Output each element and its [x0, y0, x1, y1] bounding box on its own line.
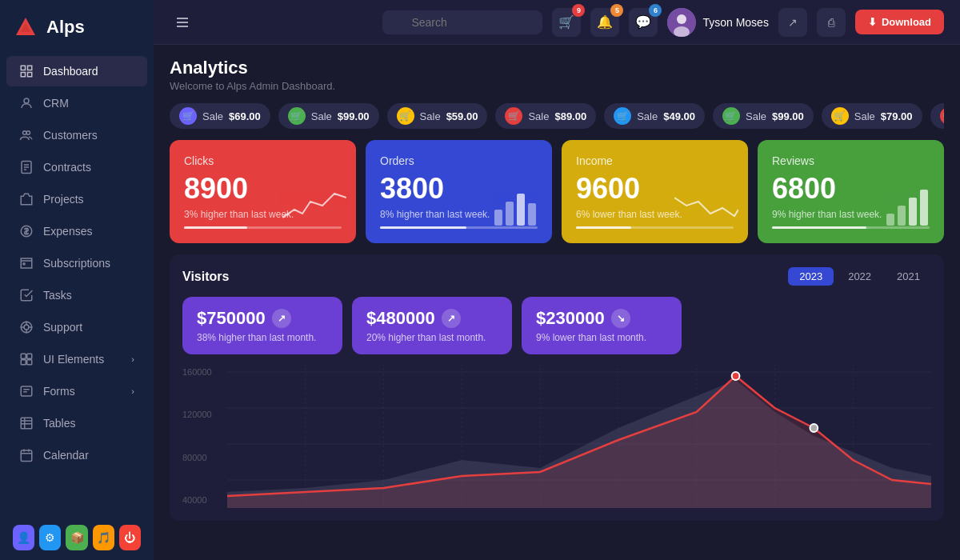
sidebar-label-forms: Forms: [43, 385, 75, 398]
search-input[interactable]: [382, 10, 542, 34]
visitor-desc-0: 38% higher than last month.: [197, 332, 328, 343]
chart-container: 160000 120000 80000 40000: [182, 364, 931, 508]
search-wrapper: 🔍: [382, 10, 542, 34]
sidebar-label-projects: Projects: [43, 193, 84, 206]
ticker-item: 🛒Sale$59.00: [387, 103, 488, 129]
visitor-card-1: $480000 ↗ 20% higher than last month.: [352, 297, 512, 354]
svg-rect-3: [28, 66, 32, 70]
chart-peak-dot: [732, 372, 740, 380]
page-title: Analytics: [170, 58, 944, 78]
stat-card-clicks: Clicks 8900 3% higher than last week.: [170, 140, 356, 243]
sidebar-item-customers[interactable]: Customers: [6, 120, 147, 150]
sidebar: Alps Dashboard CRM Customers Contracts P…: [0, 0, 154, 560]
chart-secondary-dot: [810, 424, 818, 432]
footer-btn-media[interactable]: 🎵: [93, 525, 114, 550]
content-area: Analytics Welcome to Alps Admin Dashboar…: [154, 45, 960, 560]
visitors-title: Visitors: [182, 270, 229, 284]
sidebar-item-ui-elements[interactable]: UI Elements ›: [6, 344, 147, 374]
crm-icon: [19, 96, 34, 110]
stat-cards: Clicks 8900 3% higher than last week. Or…: [170, 140, 944, 243]
sidebar-label-expenses: Expenses: [43, 225, 92, 238]
sidebar-item-subscriptions[interactable]: Subscriptions: [6, 248, 147, 278]
sidebar-item-crm[interactable]: CRM: [6, 88, 147, 118]
svg-rect-46: [886, 214, 894, 226]
footer-btn-power[interactable]: ⏻: [119, 525, 141, 550]
footer-btn-user[interactable]: 👤: [13, 525, 34, 550]
notifications-badge: 9: [572, 4, 585, 17]
messages-button[interactable]: 💬 6: [629, 8, 658, 37]
year-tab-2023[interactable]: 2023: [788, 267, 834, 286]
svg-rect-23: [21, 360, 26, 365]
clicks-label: Clicks: [184, 154, 342, 167]
sidebar-item-forms[interactable]: Forms ›: [6, 376, 147, 406]
sidebar-item-projects[interactable]: Projects: [6, 184, 147, 214]
svg-rect-21: [21, 354, 26, 358]
svg-rect-48: [909, 198, 917, 226]
sales-ticker: 🛒Sale$69.00🛒Sale$99.00🛒Sale$59.00🛒Sale$8…: [170, 103, 944, 129]
sidebar-label-tables: Tables: [43, 417, 75, 430]
footer-btn-packages[interactable]: 📦: [66, 525, 87, 550]
hamburger-button[interactable]: [170, 10, 195, 35]
logo-area: Alps: [0, 0, 154, 54]
user-avatar-wrap[interactable]: Tyson Moses: [667, 8, 768, 37]
avatar-image: [667, 8, 696, 37]
svg-rect-49: [920, 190, 928, 226]
sidebar-item-expenses[interactable]: Expenses: [6, 216, 147, 246]
projects-icon: [19, 192, 34, 206]
ticker-item: 🛒Sale$69.00: [170, 103, 270, 129]
svg-point-16: [24, 325, 29, 330]
download-button[interactable]: ⬇ Download: [855, 10, 944, 34]
sidebar-label-subscriptions: Subscriptions: [43, 257, 110, 270]
svg-rect-45: [528, 203, 536, 226]
download-icon: ⬇: [868, 16, 877, 28]
expenses-icon: [19, 224, 34, 238]
subscriptions-icon: [19, 256, 34, 270]
y-label-120k: 120000: [182, 410, 212, 419]
alerts-badge: 5: [610, 4, 623, 17]
header: 🔍 🛒 9 🔔 5 💬 6 Tyson Moses ↗ ⎙: [154, 0, 960, 45]
year-tab-2022[interactable]: 2022: [837, 267, 882, 286]
stat-card-orders: Orders 3800 8% higher than last week.: [366, 140, 552, 243]
forms-arrow: ›: [131, 386, 134, 396]
visitor-amount-2: $230000 ↘: [536, 308, 667, 329]
svg-rect-24: [27, 360, 32, 365]
ui-elements-icon: [19, 352, 34, 366]
customers-icon: [19, 128, 34, 142]
year-tab-2021[interactable]: 2021: [886, 267, 931, 286]
page-subtitle: Welcome to Alps Admin Dashboard.: [170, 80, 944, 92]
sidebar-label-dashboard: Dashboard: [43, 65, 98, 78]
sidebar-item-calendar[interactable]: Calendar: [6, 440, 147, 470]
notifications-button[interactable]: 🛒 9: [552, 8, 581, 37]
footer-btn-settings[interactable]: ⚙: [39, 525, 61, 550]
share-button[interactable]: ↗: [778, 8, 807, 37]
sidebar-label-support: Support: [43, 321, 82, 334]
sidebar-item-dashboard[interactable]: Dashboard: [6, 56, 147, 86]
orders-label: Orders: [380, 154, 538, 167]
svg-rect-42: [494, 210, 502, 226]
calendar-icon: [19, 448, 34, 462]
visitor-arrow-0: ↗: [272, 309, 291, 328]
svg-point-14: [23, 263, 25, 265]
alerts-button[interactable]: 🔔 5: [590, 8, 619, 37]
sidebar-item-tables[interactable]: Tables: [6, 408, 147, 438]
forms-icon: [19, 384, 34, 398]
sidebar-item-contracts[interactable]: Contracts: [6, 152, 147, 182]
sidebar-item-support[interactable]: Support: [6, 312, 147, 342]
visitor-desc-1: 20% higher than last month.: [366, 332, 498, 343]
svg-rect-44: [517, 194, 525, 226]
sidebar-item-tasks[interactable]: Tasks: [6, 280, 147, 310]
svg-point-8: [26, 131, 30, 135]
svg-rect-43: [506, 202, 514, 226]
ticker-item: 🛒Sale$89.00: [495, 103, 596, 129]
sidebar-label-calendar: Calendar: [43, 449, 89, 462]
visitor-amount-0: $750000 ↗: [197, 308, 328, 329]
tables-icon: [19, 416, 34, 430]
visitor-amount-1: $480000 ↗: [366, 308, 498, 329]
ticker-item: 🛒Sale$79.00: [822, 103, 922, 129]
user-avatar: [667, 8, 696, 37]
sidebar-nav: Dashboard CRM Customers Contracts Projec…: [0, 54, 154, 515]
sidebar-label-customers: Customers: [43, 129, 98, 142]
income-chart: [674, 186, 738, 229]
svg-rect-4: [21, 73, 25, 77]
print-button[interactable]: ⎙: [817, 8, 846, 37]
